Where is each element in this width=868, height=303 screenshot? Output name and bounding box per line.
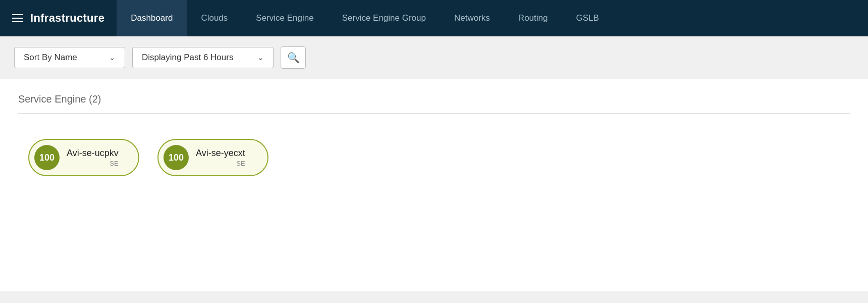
toolbar: Sort By Name ⌄ Displaying Past 6 Hours ⌄… bbox=[0, 36, 868, 79]
brand: Infrastructure bbox=[12, 12, 104, 25]
tab-networks[interactable]: Networks bbox=[440, 0, 504, 36]
tab-service-engine-group[interactable]: Service Engine Group bbox=[328, 0, 440, 36]
section-title: Service Engine (2) bbox=[18, 93, 850, 105]
engine-info-0: Avi-se-ucpkv SE bbox=[67, 148, 119, 167]
time-chevron-down-icon: ⌄ bbox=[257, 53, 264, 62]
engine-card-0[interactable]: 100 Avi-se-ucpkv SE bbox=[28, 139, 139, 176]
engine-name-1: Avi-se-yecxt bbox=[196, 148, 245, 159]
engine-card-1[interactable]: 100 Avi-se-yecxt SE bbox=[157, 139, 268, 176]
main-content: Service Engine (2) 100 Avi-se-ucpkv SE 1… bbox=[0, 79, 868, 291]
engine-info-1: Avi-se-yecxt SE bbox=[196, 148, 245, 167]
time-dropdown[interactable]: Displaying Past 6 Hours ⌄ bbox=[132, 47, 274, 68]
tab-clouds[interactable]: Clouds bbox=[187, 0, 242, 36]
tab-gslb[interactable]: GSLB bbox=[562, 0, 613, 36]
search-button[interactable]: 🔍 bbox=[281, 46, 306, 69]
engine-type-1: SE bbox=[236, 160, 245, 167]
engine-score-1: 100 bbox=[164, 145, 189, 170]
tab-service-engine[interactable]: Service Engine bbox=[242, 0, 328, 36]
section-divider bbox=[18, 113, 850, 114]
nav-tabs: Dashboard Clouds Service Engine Service … bbox=[117, 0, 613, 36]
engine-type-0: SE bbox=[110, 160, 118, 167]
engines-grid: 100 Avi-se-ucpkv SE 100 Avi-se-yecxt SE bbox=[18, 134, 850, 186]
engine-score-0: 100 bbox=[34, 145, 60, 170]
engine-name-0: Avi-se-ucpkv bbox=[67, 148, 119, 159]
navbar: Infrastructure Dashboard Clouds Service … bbox=[0, 0, 868, 36]
tab-routing[interactable]: Routing bbox=[504, 0, 562, 36]
sort-label: Sort By Name bbox=[24, 53, 77, 63]
search-icon: 🔍 bbox=[287, 52, 300, 64]
hamburger-menu-icon[interactable] bbox=[12, 14, 23, 22]
app-title: Infrastructure bbox=[30, 12, 104, 25]
sort-dropdown[interactable]: Sort By Name ⌄ bbox=[14, 47, 125, 68]
tab-dashboard[interactable]: Dashboard bbox=[117, 0, 187, 36]
time-label: Displaying Past 6 Hours bbox=[142, 53, 233, 63]
sort-chevron-down-icon: ⌄ bbox=[109, 53, 116, 62]
